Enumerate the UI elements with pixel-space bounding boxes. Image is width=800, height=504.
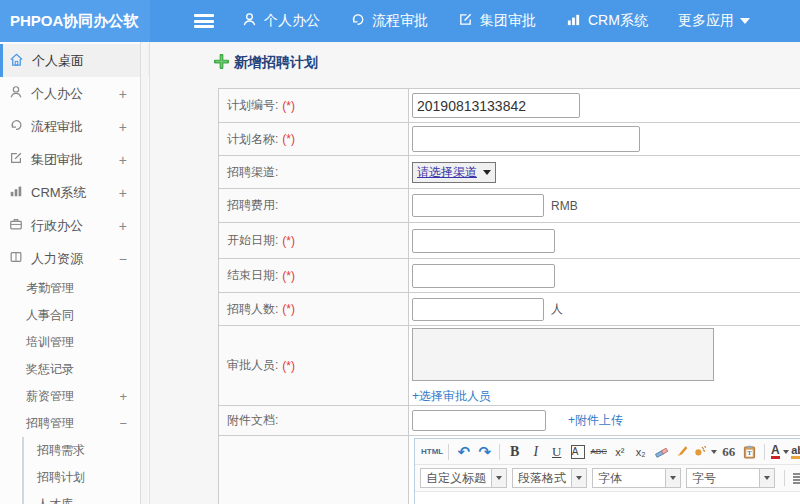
approver-label: 审批人员: <box>227 357 278 374</box>
fee-input[interactable] <box>412 194 544 217</box>
custom-title-combo[interactable]: 自定义标题 <box>420 468 507 488</box>
required-mark: (*) <box>282 99 295 113</box>
paste-text-icon[interactable]: T <box>740 442 759 462</box>
subscript-button[interactable]: x₂ <box>631 442 650 462</box>
sidebar-item-human-resources[interactable]: 人力资源 − <box>0 242 149 275</box>
required-mark: (*) <box>282 359 295 373</box>
eraser-icon[interactable] <box>652 442 671 462</box>
paragraph-format-combo[interactable]: 段落格式 <box>512 468 587 488</box>
sidebar-item-group-approval[interactable]: 集团审批 + <box>0 143 149 176</box>
combo-caret-icon <box>571 469 586 487</box>
sidebar-item-recruit-mgmt[interactable]: 招聘管理 − <box>0 410 149 437</box>
sidebar-item-workflow-approval[interactable]: 流程审批 + <box>0 110 149 143</box>
plan-name-input[interactable] <box>412 126 640 152</box>
form-row-editor: HTML ↶ ↷ B I U A ABC x² x₂ <box>219 436 800 504</box>
channel-select[interactable]: 请选择渠道 <box>412 162 496 183</box>
rich-text-editor: HTML ↶ ↷ B I U A ABC x² x₂ <box>414 438 800 504</box>
align-left-icon[interactable] <box>790 468 800 488</box>
expand-plus-icon[interactable]: + <box>119 119 127 135</box>
nav-group-approval[interactable]: 集团审批 <box>458 12 536 30</box>
format-painter-icon[interactable] <box>694 442 717 462</box>
sidebar-item-salary[interactable]: 薪资管理 + <box>0 383 149 410</box>
format-brush-icon[interactable] <box>673 442 692 462</box>
collapse-minus-icon[interactable]: − <box>119 416 127 431</box>
start-date-label: 开始日期: <box>227 232 278 249</box>
edit-icon <box>9 151 31 168</box>
nav-more-apps[interactable]: 更多应用 <box>678 12 750 30</box>
sidebar-item-rewards[interactable]: 奖惩记录 <box>0 356 149 383</box>
required-mark: (*) <box>282 302 295 316</box>
main-content: 新增招聘计划 计划编号:(*) 计划名称:(*) 招聘渠道: 请选择渠道 招聘费… <box>150 42 800 504</box>
sidebar-scrollbar[interactable] <box>140 42 148 504</box>
form-row-plan-name: 计划名称:(*) <box>219 123 800 156</box>
workflow-icon <box>9 118 31 135</box>
select-caret-icon <box>483 170 491 175</box>
html-source-button[interactable]: HTML <box>421 442 443 462</box>
choose-approver-link[interactable]: +选择审批人员 <box>412 388 491 405</box>
expand-plus-icon[interactable]: + <box>119 185 127 201</box>
redo-icon[interactable]: ↷ <box>475 442 494 462</box>
sidebar-item-recruit-plan[interactable]: 招聘计划 <box>24 464 149 491</box>
top-bar: PHPOA协同办公软件 个人办公 流程审批 集团审批 CRM系统 更多应用 <box>0 0 800 42</box>
sidebar: 个人桌面 个人办公 + 流程审批 + 集团审批 + CRM系统 + 行政办公 + <box>0 42 150 504</box>
fee-unit: RMB <box>551 199 578 213</box>
sidebar-item-admin-office[interactable]: 行政办公 + <box>0 209 149 242</box>
sidebar-item-hr-contracts[interactable]: 人事合同 <box>0 302 149 329</box>
nav-personal-office[interactable]: 个人办公 <box>242 12 320 30</box>
expand-plus-icon[interactable]: + <box>119 389 127 404</box>
chevron-down-icon <box>740 18 750 24</box>
dropdown-caret-icon <box>783 450 789 454</box>
form-row-headcount: 招聘人数:(*) 人 <box>219 293 800 326</box>
sidebar-item-crm-system[interactable]: CRM系统 + <box>0 176 149 209</box>
page-header: 新增招聘计划 <box>214 54 318 72</box>
combo-caret-icon <box>491 469 506 487</box>
headcount-unit: 人 <box>551 301 563 318</box>
required-mark: (*) <box>282 132 295 146</box>
font-family-combo[interactable]: 字体 <box>592 468 681 488</box>
end-date-input[interactable] <box>412 264 555 288</box>
expand-plus-icon[interactable]: + <box>119 152 127 168</box>
sidebar-item-training[interactable]: 培训管理 <box>0 329 149 356</box>
attachment-input[interactable] <box>412 410 546 431</box>
collapse-minus-icon[interactable]: − <box>119 251 127 267</box>
sidebar-item-recruit-demand[interactable]: 招聘需求 <box>24 437 149 464</box>
plan-name-label: 计划名称: <box>227 131 278 148</box>
combo-caret-icon <box>665 469 680 487</box>
editor-content-area[interactable] <box>415 492 800 504</box>
dropdown-caret-icon <box>711 450 717 454</box>
required-mark: (*) <box>282 234 295 248</box>
strikethrough-button[interactable]: ABC <box>589 442 608 462</box>
sidebar-item-attendance[interactable]: 考勤管理 <box>0 275 149 302</box>
bold-button[interactable]: B <box>505 442 524 462</box>
plan-no-input[interactable] <box>412 93 580 118</box>
home-icon <box>9 52 32 70</box>
undo-icon[interactable]: ↶ <box>454 442 473 462</box>
blockquote-button[interactable]: 66 <box>719 442 738 462</box>
attachment-upload-link[interactable]: +附件上传 <box>568 412 623 429</box>
nav-workflow-approval[interactable]: 流程审批 <box>350 12 428 30</box>
expand-plus-icon[interactable]: + <box>119 86 127 102</box>
form-row-plan-no: 计划编号:(*) <box>219 89 800 123</box>
top-nav: 个人办公 流程审批 集团审批 CRM系统 更多应用 <box>242 12 780 30</box>
sidebar-item-personal-desktop[interactable]: 个人桌面 <box>0 44 149 77</box>
font-border-button[interactable]: A <box>571 445 585 459</box>
page-title: 新增招聘计划 <box>234 54 318 72</box>
briefcase-icon <box>9 217 31 234</box>
headcount-input[interactable] <box>412 298 544 321</box>
sidebar-item-personal-office[interactable]: 个人办公 + <box>0 77 149 110</box>
edit-icon <box>458 12 480 30</box>
form-row-end-date: 结束日期:(*) <box>219 259 800 293</box>
font-color-button[interactable]: A <box>771 445 780 459</box>
italic-button[interactable]: I <box>526 442 545 462</box>
highlight-color-button[interactable]: ab <box>791 445 800 459</box>
editor-toolbar-row2: 自定义标题 段落格式 字体 字号 <box>415 465 800 492</box>
approver-textarea[interactable] <box>412 328 714 381</box>
expand-plus-icon[interactable]: + <box>119 218 127 234</box>
superscript-button[interactable]: x² <box>610 442 629 462</box>
nav-crm-system[interactable]: CRM系统 <box>566 12 648 30</box>
font-size-combo[interactable]: 字号 <box>686 468 775 488</box>
underline-button[interactable]: U <box>547 442 566 462</box>
start-date-input[interactable] <box>412 229 555 253</box>
sidebar-item-talent-pool[interactable]: 人才库 <box>24 491 149 504</box>
hamburger-menu-icon[interactable] <box>194 14 214 28</box>
